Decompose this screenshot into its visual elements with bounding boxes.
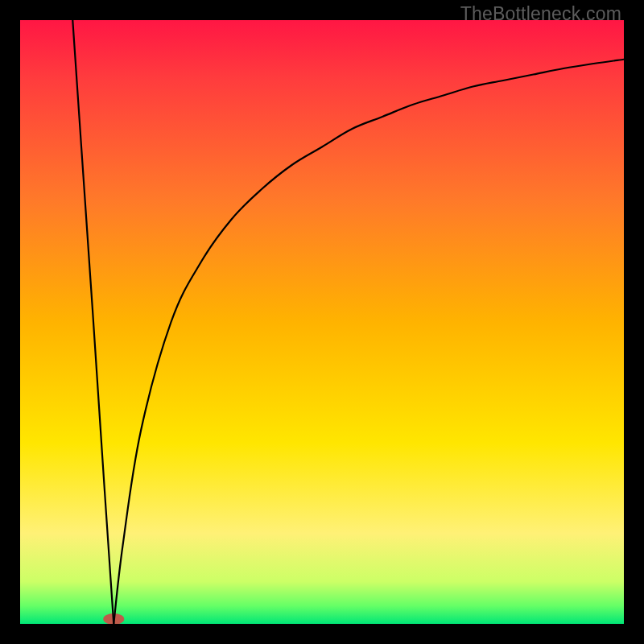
chart-background <box>20 20 624 624</box>
chart-svg <box>20 20 624 624</box>
chart-plot-area <box>20 20 624 624</box>
